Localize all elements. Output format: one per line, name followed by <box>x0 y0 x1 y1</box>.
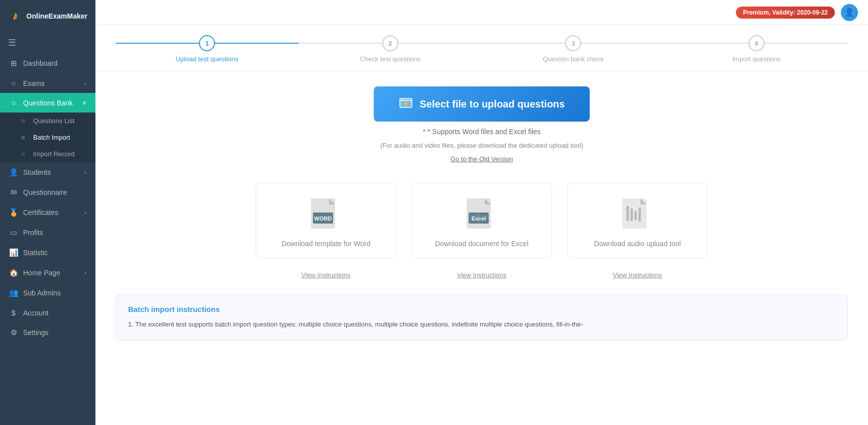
settings-icon: ⚙ <box>9 328 18 337</box>
download-cards: WORD Download template for Word Excel <box>95 173 868 268</box>
download-card-word[interactable]: WORD Download template for Word <box>256 183 396 258</box>
step-label-1: Upload test questions <box>176 55 239 63</box>
step-circle-1: 1 <box>199 35 215 51</box>
batch-instructions-text: 1. The excellent test supports batch imp… <box>128 320 835 330</box>
questionnaire-icon: ✉ <box>9 188 18 197</box>
statistic-icon: 📊 <box>9 248 18 257</box>
excel-card-label: Download document for Excel <box>435 240 528 248</box>
chevron-right-icon: › <box>84 80 86 86</box>
view-instructions-link-audio[interactable]: View Instructions <box>613 271 662 279</box>
exams-icon: ○ <box>9 79 18 87</box>
premium-badge: Premium, Validity: 2020-09-22 <box>736 7 835 19</box>
homepage-icon: 🏠 <box>9 268 18 277</box>
sidebar-item-label: Questions Bank <box>23 99 73 107</box>
questions-bank-submenu: ○ Questions List ○ Batch Import ○ Import… <box>0 113 95 162</box>
sidebar-item-label: Questionnaire <box>23 188 67 196</box>
upload-button[interactable]: Select file to upload questions <box>374 86 590 122</box>
batch-instructions: Batch import instructions 1. The excelle… <box>116 294 848 341</box>
svg-rect-19 <box>626 206 629 221</box>
svg-rect-21 <box>634 211 637 220</box>
hamburger-icon[interactable]: ☰ <box>0 32 95 53</box>
step-circle-4: 4 <box>748 35 765 51</box>
upload-section: Select file to upload questions * * Supp… <box>95 71 868 173</box>
sidebar-item-label: Settings <box>23 329 49 337</box>
sidebar-item-label: Sub Admins <box>23 289 61 297</box>
sidebar-item-label: Exams <box>23 79 45 87</box>
view-instructions-excel: View Instructions <box>411 270 552 279</box>
sidebar-item-questionnaire[interactable]: ✉ Questionnaire <box>0 182 95 202</box>
word-card-label: Download template for Word <box>281 240 370 248</box>
view-instructions-link-word[interactable]: View Instructions <box>301 271 351 279</box>
step-3: 3 Question bank check <box>482 35 665 63</box>
sidebar-item-settings[interactable]: ⚙ Settings <box>0 323 95 343</box>
step-label-4: Import questions <box>732 55 781 63</box>
sidebar-sub-label: Batch Import <box>33 134 70 141</box>
view-instructions-audio: View Instructions <box>567 270 708 279</box>
topbar: Premium, Validity: 2020-09-22 👤 <box>95 0 868 25</box>
upload-button-label: Select file to upload questions <box>420 98 565 110</box>
view-instructions-word: View Instructions <box>256 270 396 279</box>
profits-icon: ▭ <box>9 228 18 237</box>
sidebar-item-questions-bank[interactable]: ○ Questions Bank ∨ <box>0 93 95 113</box>
sidebar-sub-label: Questions List <box>33 117 74 125</box>
main-content: Premium, Validity: 2020-09-22 👤 1 Upload… <box>95 0 868 425</box>
sidebar-item-account[interactable]: $ Account <box>0 303 95 323</box>
chevron-right-icon: › <box>84 209 86 216</box>
step-1: 1 Upload test questions <box>116 35 299 63</box>
certificates-icon: 🏅 <box>9 208 18 217</box>
page-content: 1 Upload test questions 2 Check test que… <box>95 25 868 425</box>
download-card-audio[interactable]: Download audio upload tool <box>567 183 708 258</box>
questions-bank-icon: ○ <box>9 98 18 107</box>
old-version-link[interactable]: Go to the Old Version <box>451 155 513 163</box>
sidebar-item-label: Profits <box>23 229 43 237</box>
sidebar-sub-label: Import Record <box>33 150 74 158</box>
logo-icon <box>8 7 23 25</box>
step-circle-2: 2 <box>382 35 398 51</box>
sidebar-item-label: Statistic <box>23 249 48 257</box>
sidebar-item-import-record[interactable]: ○ Import Record <box>0 146 95 162</box>
sidebar-item-statistic[interactable]: 📊 Statistic <box>0 243 95 263</box>
sidebar-item-profits[interactable]: ▭ Profits <box>0 223 95 243</box>
questions-list-icon: ○ <box>21 117 29 125</box>
svg-rect-9 <box>311 198 329 199</box>
step-label-2: Check test questions <box>360 55 420 63</box>
steps: 1 Upload test questions 2 Check test que… <box>116 35 848 63</box>
svg-rect-20 <box>630 208 633 221</box>
sidebar-item-label: Home Page <box>23 269 60 277</box>
sidebar-item-exams[interactable]: ○ Exams › <box>0 73 95 93</box>
sidebar-item-dashboard[interactable]: ⊞ Dashboard <box>0 53 95 73</box>
steps-container: 1 Upload test questions 2 Check test que… <box>95 25 868 71</box>
view-instructions-row: View Instructions View Instructions View… <box>95 268 868 289</box>
step-circle-3: 3 <box>565 35 581 51</box>
sidebar-item-homepage[interactable]: 🏠 Home Page › <box>0 263 95 283</box>
account-icon: $ <box>9 308 18 317</box>
word-file-icon: WORD <box>311 198 341 234</box>
sidebar-logo: OnlineExamMaker <box>0 0 95 32</box>
upload-icon <box>399 95 413 113</box>
svg-rect-22 <box>638 207 641 222</box>
sidebar-item-label: Students <box>23 168 51 176</box>
sidebar-item-students[interactable]: 👤 Students › <box>0 162 95 182</box>
svg-text:WORD: WORD <box>314 216 332 222</box>
sidebar-item-questions-list[interactable]: ○ Questions List <box>0 113 95 129</box>
sidebar-item-label: Account <box>23 309 49 317</box>
audio-file-icon <box>622 198 653 234</box>
upload-hint-sub: (For audio and video files, please downl… <box>380 142 583 149</box>
step-4: 4 Import questions <box>665 35 848 63</box>
upload-hint-text: * Supports Word files and Excel files <box>427 128 540 136</box>
sub-admins-icon: 👥 <box>9 288 18 297</box>
sidebar: OnlineExamMaker ☰ ⊞ Dashboard ○ Exams › … <box>0 0 95 425</box>
import-record-icon: ○ <box>21 150 29 158</box>
sidebar-item-batch-import[interactable]: ○ Batch Import <box>0 129 95 146</box>
view-instructions-link-excel[interactable]: View Instructions <box>457 271 506 279</box>
sidebar-item-sub-admins[interactable]: 👥 Sub Admins <box>0 283 95 303</box>
user-avatar-icon: 👤 <box>844 8 854 17</box>
batch-instructions-title: Batch import instructions <box>128 305 835 313</box>
sidebar-item-certificates[interactable]: 🏅 Certificates › <box>0 202 95 223</box>
sidebar-item-label: Dashboard <box>23 59 58 67</box>
user-avatar[interactable]: 👤 <box>841 4 858 21</box>
download-card-excel[interactable]: Excel Download document for Excel <box>411 183 552 258</box>
dashboard-icon: ⊞ <box>9 59 18 68</box>
chevron-right-icon: › <box>84 169 86 175</box>
step-label-3: Question bank check <box>543 55 604 63</box>
